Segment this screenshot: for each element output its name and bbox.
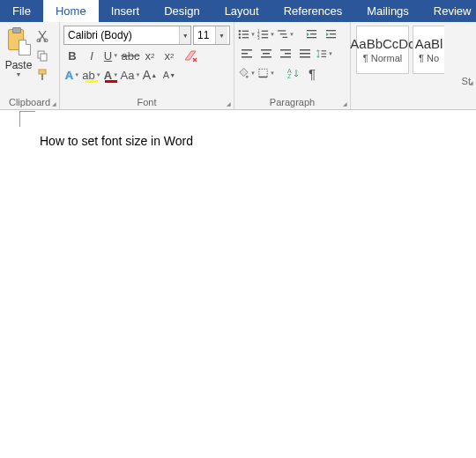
align-left-button[interactable] [238,45,256,63]
svg-text:3: 3 [257,36,260,41]
numbering-button[interactable]: 123▼ [257,26,275,43]
line-spacing-button[interactable]: ▼ [316,45,333,63]
font-size-combo[interactable]: ▼ [193,26,230,45]
text-effects-button[interactable]: A▼ [63,66,81,84]
shrink-font-button[interactable]: A▼ [160,66,178,84]
tab-references[interactable]: References [271,0,354,22]
svg-rect-29 [242,56,252,58]
svg-rect-20 [283,37,288,38]
paragraph-group-label: Paragraph [234,95,350,109]
svg-rect-9 [242,33,249,34]
style-name: ¶ Normal [363,53,402,63]
paste-dropdown[interactable]: ▼ [16,71,22,78]
format-painter-icon[interactable] [35,68,49,82]
svg-rect-19 [280,33,286,34]
svg-rect-30 [261,49,271,51]
bold-button[interactable]: B [63,47,81,64]
borders-button[interactable]: ▼ [257,64,275,82]
svg-rect-13 [262,31,268,32]
svg-rect-21 [307,30,316,31]
svg-rect-44 [259,77,267,78]
document-area[interactable]: How to set font size in Word [0,110,476,458]
copy-icon[interactable] [35,48,49,63]
svg-point-10 [239,37,241,39]
svg-rect-4 [39,70,46,74]
svg-rect-7 [242,31,249,32]
justify-button[interactable] [296,45,314,63]
align-center-button[interactable] [257,45,275,63]
strikethrough-button[interactable]: abc [122,47,139,64]
svg-rect-36 [300,49,310,51]
menu-bar: File Home Insert Design Layout Reference… [0,0,476,22]
grow-font-button[interactable]: A▲ [141,66,159,84]
svg-rect-43 [259,69,267,77]
svg-rect-37 [300,53,310,55]
show-hide-button[interactable]: ¶ [303,64,321,82]
increase-indent-button[interactable] [323,26,340,43]
ribbon: Paste ▼ Clipboard ▼ ▼ [0,22,476,110]
font-name-input[interactable] [64,26,179,44]
align-right-button[interactable] [277,45,294,63]
page-corner [19,111,35,127]
font-size-input[interactable] [194,26,215,44]
svg-rect-38 [300,56,310,58]
svg-rect-32 [261,56,271,58]
svg-rect-33 [280,49,291,51]
svg-point-6 [239,30,241,32]
svg-rect-31 [263,53,270,55]
svg-rect-25 [330,33,336,34]
styles-group-label: St [351,74,476,88]
tab-file[interactable]: File [0,0,43,22]
highlight-button[interactable]: ab▼ [83,66,100,84]
svg-rect-42 [322,56,327,57]
svg-rect-24 [326,30,336,31]
style-no-spacing[interactable]: AaBl ¶ No [413,26,444,74]
font-color-button[interactable]: A▼ [102,66,120,84]
tab-insert[interactable]: Insert [99,0,152,22]
sort-button[interactable]: AZ [284,64,301,82]
style-sample: AaBl [415,36,443,51]
style-name: ¶ No [419,53,439,63]
tab-review[interactable]: Review [421,0,476,22]
svg-rect-18 [278,30,286,31]
svg-rect-11 [242,37,249,38]
decrease-indent-button[interactable] [303,26,321,43]
underline-button[interactable]: U▼ [102,47,120,64]
font-name-combo[interactable]: ▼ [63,26,191,45]
tab-layout[interactable]: Layout [212,0,271,22]
italic-button[interactable]: I [83,47,100,64]
tab-design[interactable]: Design [152,0,212,22]
svg-rect-34 [285,53,291,55]
svg-rect-35 [280,56,291,58]
svg-text:Z: Z [287,73,292,79]
tab-home[interactable]: Home [43,0,99,22]
svg-rect-17 [262,37,268,38]
svg-rect-3 [41,54,47,61]
chevron-down-icon[interactable]: ▼ [179,26,190,44]
document-text[interactable]: How to set font size in Word [40,134,193,148]
style-sample: AaBbCcDc [350,36,414,51]
tab-mailings[interactable]: Mailings [354,0,421,22]
svg-rect-15 [262,33,268,34]
change-case-button[interactable]: Aa▼ [122,66,139,84]
shading-button[interactable]: ▼ [238,64,256,82]
svg-rect-27 [242,49,252,51]
svg-rect-40 [322,50,327,51]
paste-icon [6,27,31,55]
svg-rect-26 [326,37,336,38]
paste-button[interactable]: Paste [5,59,33,71]
svg-rect-28 [242,53,248,55]
multilevel-list-button[interactable]: ▼ [277,26,294,43]
bullets-button[interactable]: ▼ [238,26,256,43]
svg-rect-22 [310,33,316,34]
subscript-button[interactable]: x2 [141,47,159,64]
cut-icon[interactable] [35,29,49,43]
style-normal[interactable]: AaBbCcDc ¶ Normal [356,26,409,74]
svg-rect-5 [41,74,43,80]
chevron-down-icon[interactable]: ▼ [215,26,227,44]
clear-formatting-button[interactable] [180,47,201,64]
clipboard-group-label: Clipboard [0,95,59,109]
svg-rect-23 [307,37,316,38]
superscript-button[interactable]: x2 [160,47,178,64]
svg-rect-41 [322,54,327,55]
